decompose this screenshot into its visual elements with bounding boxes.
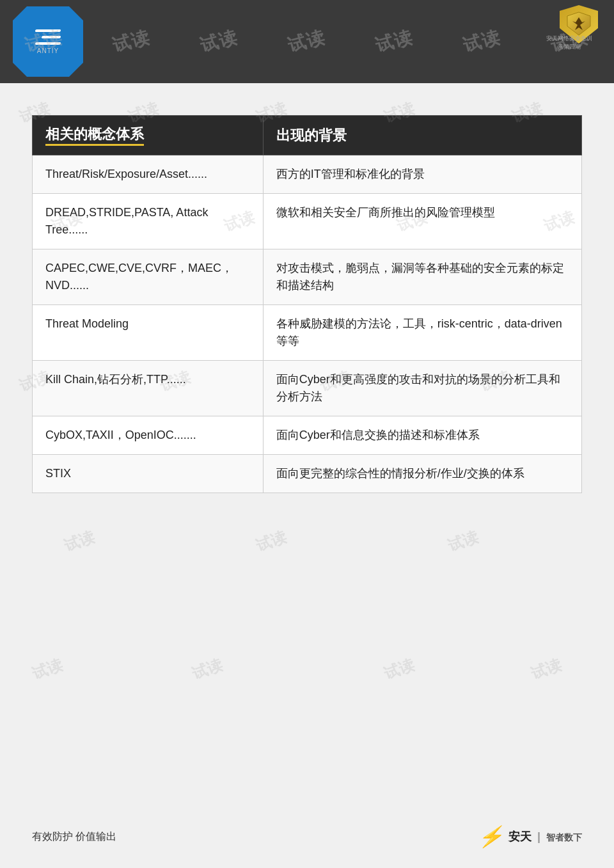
header-subtitle: 安天网络安全冬训营第四期 [544, 35, 595, 51]
table-cell-col2: 各种威胁建模的方法论，工具，risk-centric，data-driven等等 [263, 305, 581, 361]
watermark-4: 试读 [285, 25, 329, 58]
pw-20: 试读 [528, 654, 564, 684]
table-cell-col1: CAPEC,CWE,CVE,CVRF，MAEC，NVD...... [33, 249, 264, 305]
table-cell-col1: Threat Modeling [33, 305, 264, 361]
pw-15: 试读 [253, 526, 289, 556]
pw-19: 试读 [381, 654, 417, 684]
table-row: Kill Chain,钻石分析,TTP......面向Cyber和更高强度的攻击… [33, 361, 582, 416]
table-row: STIX面向更完整的综合性的情报分析/作业/交换的体系 [33, 455, 582, 493]
table-cell-col1: STIX [33, 455, 264, 493]
logo-lines [35, 29, 61, 45]
table-cell-col2: 对攻击模式，脆弱点，漏洞等各种基础的安全元素的标定和描述结构 [263, 249, 581, 305]
header-bar: ANTIY 试读 试读 试读 试读 试读 试读 试读 [0, 0, 614, 83]
content-table: 相关的概念体系 出现的背景 Threat/Risk/Exposure/Asset… [32, 115, 582, 493]
table-cell-col2: 面向Cyber和信息交换的描述和标准体系 [263, 416, 581, 455]
table-cell-col2: 微软和相关安全厂商所推出的风险管理模型 [263, 194, 581, 249]
lightning-icon: ⚡ [478, 825, 503, 849]
table-header-col1: 相关的概念体系 [33, 116, 264, 155]
logo-text: ANTIY [37, 47, 59, 54]
table-row: DREAD,STRIDE,PASTA, Attack Tree......微软和… [33, 194, 582, 249]
logo-line-3 [35, 42, 61, 45]
table-row: Threat/Risk/Exposure/Asset......西方的IT管理和… [33, 155, 582, 194]
table-cell-col1: DREAD,STRIDE,PASTA, Attack Tree...... [33, 194, 264, 249]
header-right-logo: 安天网络安全冬训营第四期 [553, 5, 604, 56]
table-cell-col2: 面向更完整的综合性的情报分析/作业/交换的体系 [263, 455, 581, 493]
table-row: CybOX,TAXII，OpenIOC.......面向Cyber和信息交换的描… [33, 416, 582, 455]
logo-line-1 [35, 29, 61, 32]
table-cell-col1: Threat/Risk/Exposure/Asset...... [33, 155, 264, 194]
footer-logo: ⚡ 安天 | 智者数下 [478, 825, 582, 849]
footer-logo-main: 安天 | 智者数下 [508, 829, 582, 844]
table-row: Threat Modeling各种威胁建模的方法论，工具，risk-centri… [33, 305, 582, 361]
pw-17: 试读 [29, 654, 65, 684]
table-cell-col2: 面向Cyber和更高强度的攻击和对抗的场景的分析工具和分析方法 [263, 361, 581, 416]
watermark-6: 试读 [460, 25, 504, 58]
header-watermarks: 试读 试读 试读 试读 试读 试读 试读 [0, 0, 614, 83]
table-cell-col1: CybOX,TAXII，OpenIOC....... [33, 416, 264, 455]
watermark-2: 试读 [110, 25, 154, 58]
footer: 有效防护 价值输出 ⚡ 安天 | 智者数下 [0, 825, 614, 849]
table-header-col2: 出现的背景 [263, 116, 581, 155]
table-cell-col2: 西方的IT管理和标准化的背景 [263, 155, 581, 194]
table-row: CAPEC,CWE,CVE,CVRF，MAEC，NVD......对攻击模式，脆… [33, 249, 582, 305]
table-cell-col1: Kill Chain,钻石分析,TTP...... [33, 361, 264, 416]
watermark-3: 试读 [198, 25, 241, 58]
main-content: 试读 试读 试读 试读 试读 试读 试读 试读 试读 试读 试读 试读 试读 试… [0, 83, 614, 787]
pw-18: 试读 [189, 654, 225, 684]
pw-14: 试读 [61, 526, 97, 556]
watermark-5: 试读 [373, 25, 416, 58]
header-logo: ANTIY [13, 6, 83, 77]
logo-line-2 [41, 36, 61, 38]
footer-left-text: 有效防护 价值输出 [32, 830, 116, 844]
pw-16: 试读 [445, 526, 481, 556]
